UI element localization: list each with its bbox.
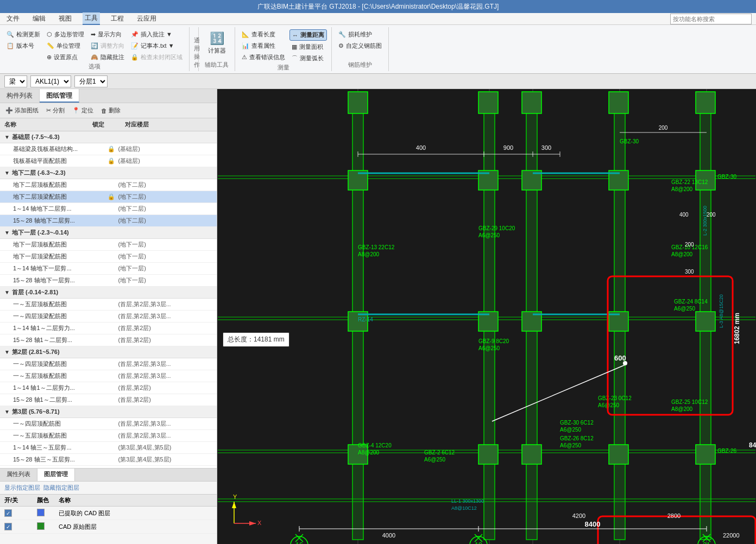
ribbon-btn-check-seal[interactable]: 🔒 检查未封闭区域	[129, 52, 185, 62]
item-layer: (基础层)	[118, 145, 213, 153]
tree-item[interactable]: 15～28 轴三～五层剪... (第3层,第4层,第5层)	[0, 454, 217, 466]
ribbon-btn-detect-update[interactable]: 🔍 检测更新	[4, 29, 42, 40]
item-name: 15～28 轴三～五层剪...	[13, 456, 108, 464]
menu-edit[interactable]: 编辑	[30, 13, 48, 24]
total-length-label: 总长度：14181 mm	[228, 336, 285, 343]
original-checkbox[interactable]	[4, 523, 12, 530]
tree-item[interactable]: 地下二层顶板配筋图 (地下二层)	[0, 179, 217, 191]
tree-item[interactable]: 基础梁及筏板基础结构... 🔒 (基础层)	[0, 143, 217, 155]
ribbon-btn-view-length[interactable]: 📐 查看长度	[240, 29, 287, 40]
ribbon-btn-measure-area[interactable]: ▦ 测量面积	[289, 42, 327, 52]
name-select[interactable]: AKL1(1)	[30, 75, 71, 87]
extracted-checkbox[interactable]	[4, 509, 12, 517]
menu-project[interactable]: 工程	[109, 13, 126, 24]
tree-item[interactable]: 地下一层顶梁配筋图 (地下一层)	[0, 251, 217, 263]
ribbon-btn-adjust-dir[interactable]: 🔄 调整方向	[89, 41, 127, 51]
layer-toggle-extracted[interactable]	[4, 509, 37, 517]
ribbon-btn-measure-dist[interactable]: ↔ 测量距离	[289, 29, 327, 41]
ribbon-group-options: 🔍 检测更新 📋 版本号 ⬡ 多边形管理 📏 单位管理 ⊕	[0, 27, 190, 71]
tree-item[interactable]: 15～28 轴地下二层剪... (地下二层)	[0, 215, 217, 227]
tree-group-group5[interactable]: ▼第2层 (2.81~5.76)	[0, 346, 217, 358]
ribbon-btn-loss-maint[interactable]: 🔧 损耗维护	[336, 29, 384, 40]
panel-tabs: 构件列表 图纸管理	[0, 89, 217, 103]
svg-text:A6@250: A6@250	[424, 457, 446, 463]
add-icon: ➕	[5, 107, 13, 114]
col-layer: 对应楼层	[125, 121, 213, 129]
tree-item[interactable]: 1～14 轴三～五层剪... (第3层,第4层,第5层)	[0, 442, 217, 454]
ribbon-btn-view-err[interactable]: ⚠ 查看错误信息	[240, 52, 287, 62]
svg-text:200: 200	[685, 242, 694, 248]
type-select[interactable]: 梁	[4, 75, 27, 87]
ribbon-btn-unit-mgr[interactable]: 📏 单位管理	[45, 41, 86, 51]
svg-rect-35	[478, 445, 498, 464]
tree-item[interactable]: 地下一层顶板配筋图 (地下一层)	[0, 239, 217, 251]
tree-item[interactable]: 一～四层顶梁配筋图 (首层,第2层,第3层...	[0, 358, 217, 370]
ribbon-btn-measure-arc[interactable]: ⌒ 测量弧长	[289, 53, 327, 64]
tree-group-group2[interactable]: ▼地下二层 (-6.3~-2.3)	[0, 167, 217, 179]
svg-text:GBZ-2 6C12: GBZ-2 6C12	[424, 450, 455, 456]
ribbon-btn-custom-rebar[interactable]: ⚙ 自定义钢筋图	[336, 41, 384, 51]
item-layer: (地下二层)	[118, 217, 213, 225]
btn-locate[interactable]: 📍 定位	[70, 105, 96, 116]
ribbon-btn-set-origin[interactable]: ⊕ 设置原点	[45, 52, 86, 62]
tree-group-group3[interactable]: ▼地下一层 (-2.3~-0.14)	[0, 227, 217, 239]
ribbon-btn-notepad[interactable]: 📝 记事本.txt ▼	[129, 41, 185, 51]
ribbon-btn-calculator[interactable]: 🔢 计算器	[203, 29, 230, 57]
layer-select[interactable]: 分层1	[74, 75, 108, 87]
tree-item[interactable]: 1～14 轴地下二层剪... (地下二层)	[0, 203, 217, 215]
item-layer: (地下一层)	[118, 241, 213, 249]
ribbon-btn-version[interactable]: 📋 版本号	[4, 41, 42, 51]
tree-item[interactable]: 1～14 轴1～二层剪力... (首层,第2层)	[0, 382, 217, 394]
btn-show-specified-layer[interactable]: 显示指定图层	[4, 484, 40, 492]
insert-note-icon: 📌	[131, 31, 138, 38]
menu-cloud[interactable]: 云应用	[135, 13, 159, 24]
tree-item[interactable]: 1～14 轴1～二层剪力... (首层,第2层)	[0, 322, 217, 334]
tab-layer-mgr[interactable]: 图层管理	[37, 469, 75, 481]
item-name: 地下二层顶板配筋图	[13, 181, 108, 189]
btn-add-drawing[interactable]: ➕ 添加图纸	[3, 105, 41, 116]
tab-drawing-mgr[interactable]: 图纸管理	[40, 89, 79, 103]
ribbon-btn-multipolygon[interactable]: ⬡ 多边形管理	[45, 29, 86, 40]
tree-item[interactable]: 筏板基础平面配筋图 🔒 (基础层)	[0, 155, 217, 167]
ribbon-btn-hide-note[interactable]: 🙈 隐藏批注	[89, 52, 127, 62]
layer-toggle-original[interactable]	[4, 523, 37, 530]
tree-group-group4[interactable]: ▼首层 (-0.14~2.81)	[0, 287, 217, 299]
item-layer: (地下二层)	[118, 193, 213, 201]
btn-split[interactable]: ✂ 分割	[44, 105, 67, 116]
ribbon-group-measure: 📐 查看长度 📊 查看属性 ⚠ 查看错误信息 ↔ 测量距离 ▦	[235, 27, 332, 71]
canvas-area[interactable]: 400 900 300 GBZ-30 GBZ-22 13C12 A8@200 G…	[217, 89, 756, 544]
tree-item[interactable]: 一～五层顶板配筋图 (首层,第2层,第3层...	[0, 299, 217, 311]
svg-rect-22	[609, 92, 628, 113]
search-input[interactable]	[670, 14, 752, 24]
tree-item[interactable]: 1～14 轴地下一层剪... (地下一层)	[0, 263, 217, 275]
menu-tools[interactable]: 工具	[83, 12, 100, 25]
btn-hide-specified-layer[interactable]: 隐藏指定图层	[43, 484, 79, 492]
tree-item[interactable]: 一～四层顶梁配筋图 (首层,第2层,第3层...	[0, 311, 217, 322]
tree-item[interactable]: 一～五层顶板配筋图 (首层,第2层,第3层...	[0, 430, 217, 442]
tree-item[interactable]: 一～五层顶板配筋图 (首层,第2层,第3层...	[0, 370, 217, 382]
item-layer: (地下二层)	[118, 205, 213, 213]
btn-delete[interactable]: 🗑 删除	[99, 105, 123, 116]
tab-attr-list[interactable]: 属性列表	[0, 469, 37, 481]
item-name: 一～五层顶板配筋图	[13, 300, 108, 308]
tree-item[interactable]: 地下二层顶梁配筋图 🔒 (地下二层)	[0, 191, 217, 203]
loss-maint-icon: 🔧	[338, 31, 346, 38]
tree-item[interactable]: 一～四层顶配筋图 (首层,第2层,第3层...	[0, 418, 217, 430]
menu-view[interactable]: 视图	[56, 13, 74, 24]
tree-group-group6[interactable]: ▼第3层 (5.76~8.71)	[0, 406, 217, 418]
tree-group-group1[interactable]: ▼基础层 (-7.5~-6.3)	[0, 131, 217, 143]
lock-icon: 🔒	[108, 193, 118, 200]
tree-item[interactable]: 15～28 轴1～二层剪... (首层,第2层)	[0, 394, 217, 406]
ribbon-btn-insert-note[interactable]: 📌 插入批注 ▼	[129, 29, 185, 40]
ribbon-btn-view-prop[interactable]: 📊 查看属性	[240, 41, 287, 51]
ribbon-btn-show-dir[interactable]: ➡ 显示方向	[89, 29, 127, 40]
tree-item[interactable]: 15～28 轴地下一层剪... (地下一层)	[0, 275, 217, 287]
original-color-swatch	[37, 522, 45, 530]
measurement-tooltip: 总长度：14181 mm	[223, 332, 289, 347]
app-title: 广联达BIM土建计量平台 GTJ2018 - [C:\Users\Adminis…	[257, 2, 499, 11]
tree-list: ▼基础层 (-7.5~-6.3) 基础梁及筏板基础结构... 🔒 (基础层) 筏…	[0, 131, 217, 468]
menu-file[interactable]: 文件	[4, 13, 22, 24]
tree-item[interactable]: 15～28 轴1～二层剪... (首层,第2层)	[0, 334, 217, 346]
tab-component-list[interactable]: 构件列表	[0, 89, 40, 103]
unit-mgr-icon: 📏	[47, 42, 54, 49]
